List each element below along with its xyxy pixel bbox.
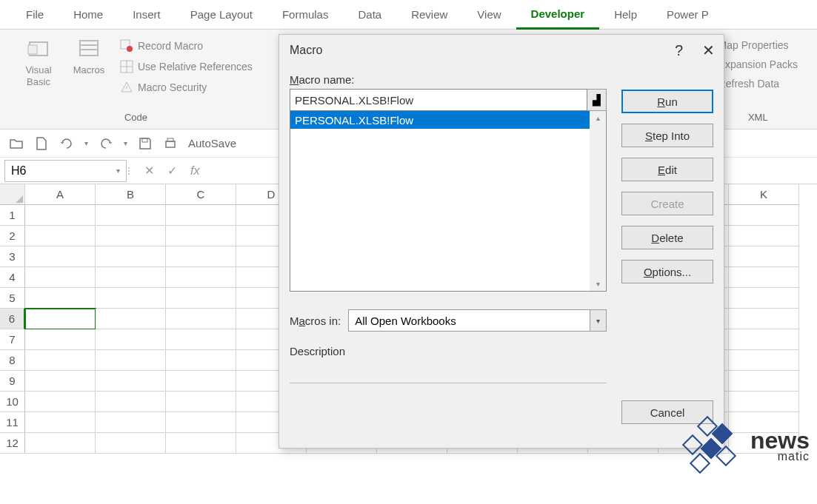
tab-file[interactable]: File [11,0,59,30]
row-header[interactable]: 11 [0,412,25,433]
macro-security-button[interactable]: Macro Security [117,79,256,95]
row-header[interactable]: 4 [0,267,25,288]
cell[interactable] [729,329,799,350]
cell[interactable] [729,226,799,246]
cell[interactable] [166,371,236,392]
tab-insert[interactable]: Insert [118,0,176,30]
options-button[interactable]: Options... [621,260,713,283]
macros-in-select[interactable]: All Open Workbooks ▾ [348,309,607,332]
tab-developer[interactable]: Developer [516,0,600,30]
row-header[interactable]: 5 [0,288,25,309]
cell[interactable] [166,412,236,433]
cell[interactable] [96,392,166,412]
tab-page-layout[interactable]: Page Layout [176,0,267,30]
run-button[interactable]: Run [621,90,713,113]
visual-basic-button[interactable]: VisualBasic [16,33,61,109]
step-into-button[interactable]: Step Into [621,124,713,147]
cell[interactable] [729,267,799,288]
redo-icon[interactable] [59,136,74,151]
cell[interactable] [25,309,96,329]
cell[interactable] [166,350,236,371]
use-relative-button[interactable]: Use Relative References [117,58,256,75]
print-icon[interactable] [163,136,178,151]
record-macro-button[interactable]: Record Macro [117,38,256,54]
autosave-label[interactable]: AutoSave [188,137,236,149]
open-icon[interactable] [9,136,24,151]
tab-data[interactable]: Data [343,0,396,30]
row-header[interactable]: 10 [0,392,25,412]
enter-formula-icon[interactable]: ✓ [167,164,177,178]
row-header[interactable]: 7 [0,329,25,350]
cell[interactable] [25,267,96,288]
cell[interactable] [729,309,799,329]
edit-button[interactable]: Edit [621,158,713,181]
cell[interactable] [729,392,799,412]
cell[interactable] [96,288,166,309]
name-box[interactable]: H6 ▾ [4,160,127,182]
dialog-titlebar[interactable]: Macro ? ✕ [279,35,724,66]
map-properties-button[interactable]: Map Properties [716,38,801,53]
cell[interactable] [166,392,236,412]
col-header[interactable]: C [166,184,236,205]
cell[interactable] [729,205,799,226]
cell[interactable] [166,205,236,226]
row-header[interactable]: 8 [0,350,25,371]
macros-button[interactable]: Macros [67,33,111,109]
undo-icon[interactable] [99,136,113,151]
cell[interactable] [96,309,166,329]
redo-dropdown[interactable]: ▾ [84,139,88,147]
row-header[interactable]: 1 [0,205,25,226]
new-icon[interactable] [34,136,49,151]
cell[interactable] [25,329,96,350]
cell[interactable] [25,226,96,246]
tab-formulas[interactable]: Formulas [267,0,344,30]
cell[interactable] [25,350,96,371]
cell[interactable] [96,350,166,371]
cell[interactable] [729,288,799,309]
tab-power-pivot[interactable]: Power P [652,0,724,30]
expansion-packs-button[interactable]: Expansion Packs [716,57,801,72]
save-icon[interactable] [138,136,153,151]
tab-home[interactable]: Home [59,0,118,30]
row-header[interactable]: 9 [0,371,25,392]
cell[interactable] [96,267,166,288]
row-header[interactable]: 3 [0,246,25,267]
col-header[interactable]: B [96,184,166,205]
col-header[interactable]: A [25,184,96,205]
cell[interactable] [25,246,96,267]
cell[interactable] [166,288,236,309]
cell[interactable] [96,329,166,350]
tab-help[interactable]: Help [599,0,652,30]
scrollbar[interactable]: ▴ ▾ [590,111,606,291]
cell[interactable] [96,433,166,454]
cell[interactable] [166,246,236,267]
scroll-up-icon[interactable]: ▴ [596,114,600,122]
row-header[interactable]: 2 [0,226,25,246]
cell[interactable] [166,226,236,246]
cell[interactable] [25,205,96,226]
col-header[interactable]: K [729,184,799,205]
tab-view[interactable]: View [462,0,516,30]
tab-review[interactable]: Review [396,0,462,30]
cell[interactable] [96,371,166,392]
cell[interactable] [25,392,96,412]
cell[interactable] [96,246,166,267]
cell[interactable] [166,267,236,288]
cell[interactable] [166,329,236,350]
scroll-down-icon[interactable]: ▾ [596,280,600,288]
select-all-corner[interactable] [0,184,25,205]
row-header[interactable]: 6 [0,309,25,329]
cancel-formula-icon[interactable]: ✕ [144,164,154,178]
cell[interactable] [25,433,96,454]
help-icon[interactable]: ? [675,42,683,59]
ref-edit-button[interactable]: ▟ [587,89,607,111]
cell[interactable] [96,412,166,433]
macro-list[interactable]: PERSONAL.XLSB!Flow ▴ ▾ [290,111,607,292]
cell[interactable] [96,205,166,226]
cell[interactable] [25,371,96,392]
cell[interactable] [25,412,96,433]
cell[interactable] [166,433,236,454]
cell[interactable] [729,371,799,392]
close-icon[interactable]: ✕ [702,41,715,59]
cell[interactable] [166,309,236,329]
